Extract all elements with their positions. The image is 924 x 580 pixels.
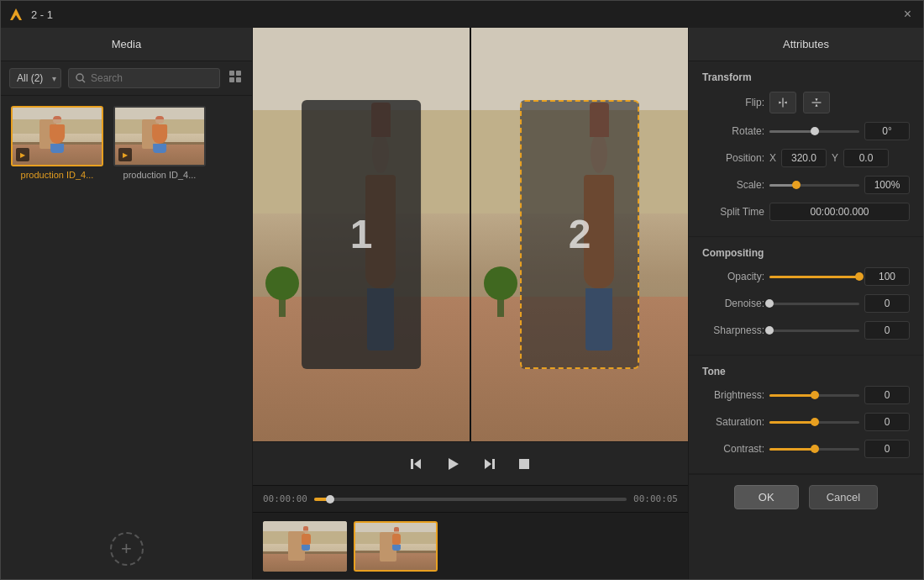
strip-thumb-bg-1 xyxy=(263,521,347,572)
attributes-header: Attributes xyxy=(689,28,923,61)
playback-controls xyxy=(253,441,688,485)
person-figure-1 xyxy=(44,116,71,153)
split-time-row: Split Time 00:00:00.000 xyxy=(702,203,910,221)
svg-marker-16 xyxy=(785,101,787,103)
sharpness-label: Sharpness: xyxy=(702,324,764,336)
position-label: Position: xyxy=(702,152,764,164)
ok-button[interactable]: OK xyxy=(734,485,799,509)
dialog-buttons: OK Cancel xyxy=(689,474,923,519)
rotate-row: Rotate: 0° xyxy=(702,122,910,140)
saturation-row: Saturation: 0 xyxy=(702,413,910,431)
scale-slider[interactable] xyxy=(769,184,859,187)
rotate-label: Rotate: xyxy=(702,125,764,137)
cancel-button[interactable]: Cancel xyxy=(809,485,878,509)
media-filter-dropdown[interactable]: All (2) xyxy=(9,68,61,88)
flip-horizontal-icon xyxy=(777,95,789,110)
flip-horizontal-button[interactable] xyxy=(769,92,796,113)
svg-rect-5 xyxy=(236,71,241,76)
media-header-label: Media xyxy=(112,38,141,50)
media-toolbar: All (2) xyxy=(1,61,252,96)
search-input[interactable] xyxy=(91,72,213,84)
transform-title: Transform xyxy=(702,71,910,83)
contrast-value[interactable]: 0 xyxy=(864,440,910,458)
step-back-icon xyxy=(409,456,424,472)
play-button[interactable] xyxy=(441,452,465,476)
sharpness-value[interactable]: 0 xyxy=(864,321,910,340)
title-bar: 2 - 1 × xyxy=(1,1,923,28)
split-overlay-2[interactable]: 2 xyxy=(520,100,639,369)
rotate-value[interactable]: 0° xyxy=(864,122,910,140)
svg-rect-6 xyxy=(229,77,234,82)
svg-marker-19 xyxy=(815,104,817,107)
denoise-slider[interactable] xyxy=(769,303,859,305)
stop-button[interactable] xyxy=(513,453,535,475)
window-title: 2 - 1 xyxy=(31,8,53,21)
pos-y-label: Y xyxy=(832,152,838,164)
grid-icon xyxy=(228,70,242,83)
title-bar-left: 2 - 1 xyxy=(8,6,53,23)
saturation-slider[interactable] xyxy=(769,421,859,424)
close-button[interactable]: × xyxy=(899,4,916,24)
svg-marker-11 xyxy=(485,459,491,469)
video-preview-area: 1 xyxy=(253,28,688,441)
timeline-track[interactable] xyxy=(314,498,627,501)
brightness-slider[interactable] xyxy=(769,394,859,397)
flip-label: Flip: xyxy=(702,97,764,108)
strip-thumb-2[interactable] xyxy=(354,521,438,572)
tone-title: Tone xyxy=(702,366,910,377)
step-forward-icon xyxy=(481,456,496,472)
media-thumb-1: ▶ xyxy=(11,106,103,166)
svg-marker-9 xyxy=(414,459,421,469)
pos-y-value[interactable]: 0.0 xyxy=(843,149,889,167)
denoise-value[interactable]: 0 xyxy=(864,294,910,313)
plant-decoration-right xyxy=(484,266,517,317)
step-back-button[interactable] xyxy=(406,453,428,475)
saturation-value[interactable]: 0 xyxy=(864,413,910,431)
sharpness-slider[interactable] xyxy=(769,330,859,332)
opacity-value[interactable]: 100 xyxy=(864,267,910,286)
step-forward-button[interactable] xyxy=(478,453,500,475)
svg-rect-8 xyxy=(411,459,413,469)
denoise-row: Denoise: 0 xyxy=(702,294,910,313)
flip-vertical-icon xyxy=(811,95,822,110)
app-window: 2 - 1 × Media All (2) xyxy=(0,0,924,580)
thumbnail-strip xyxy=(253,512,688,579)
split-overlay-1[interactable]: 1 xyxy=(302,100,421,369)
plant-decoration-left xyxy=(265,266,299,317)
transform-section: Transform Flip: xyxy=(689,61,923,237)
opacity-slider[interactable] xyxy=(769,276,859,278)
video-half-right[interactable]: 2 xyxy=(470,28,688,441)
strip-thumb-1[interactable] xyxy=(263,521,347,572)
contrast-slider[interactable] xyxy=(769,448,859,451)
media-panel: Media All (2) xyxy=(1,28,253,579)
pos-x-value[interactable]: 320.0 xyxy=(781,149,827,167)
media-item-2[interactable]: ▶ production ID_4... xyxy=(113,106,206,522)
rotate-slider[interactable] xyxy=(769,130,859,133)
flip-vertical-button[interactable] xyxy=(803,92,830,113)
search-box[interactable] xyxy=(68,68,220,88)
svg-rect-13 xyxy=(519,459,529,469)
split-time-value[interactable]: 00:00:00.000 xyxy=(769,203,910,221)
media-item-1[interactable]: ▶ production ID_4... xyxy=(11,106,103,522)
svg-line-3 xyxy=(82,80,85,82)
opacity-label: Opacity: xyxy=(702,271,764,282)
brightness-value[interactable]: 0 xyxy=(864,386,910,404)
video-half-left[interactable]: 1 xyxy=(253,28,470,441)
split-number-2: 2 xyxy=(569,211,591,257)
svg-point-2 xyxy=(76,74,83,81)
strip-thumb-bg-2 xyxy=(355,523,436,570)
brightness-row: Brightness: 0 xyxy=(702,386,910,404)
grid-view-button[interactable] xyxy=(227,68,244,88)
add-media-button[interactable]: + xyxy=(110,532,144,566)
attributes-header-label: Attributes xyxy=(783,38,829,50)
app-logo-icon xyxy=(8,6,24,23)
media-filter-dropdown-wrapper: All (2) xyxy=(9,68,61,88)
position-row: Position: X 320.0 Y 0.0 xyxy=(702,149,910,167)
flip-row: Flip: xyxy=(702,92,910,113)
pos-x-label: X xyxy=(769,152,776,164)
person-figure-2 xyxy=(146,116,173,153)
scale-value[interactable]: 100% xyxy=(864,176,910,194)
svg-rect-4 xyxy=(229,71,234,76)
time-end-label: 00:00:05 xyxy=(633,493,678,504)
main-content: Media All (2) xyxy=(1,28,923,579)
